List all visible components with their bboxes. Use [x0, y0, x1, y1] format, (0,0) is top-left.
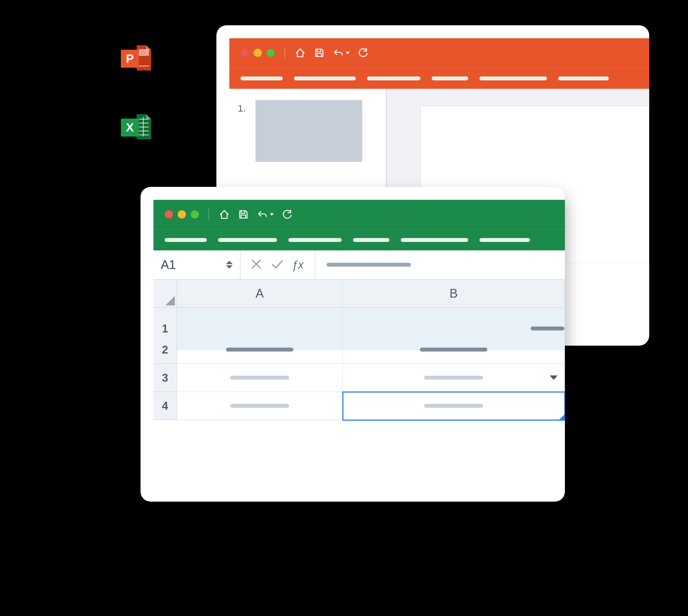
- spreadsheet-grid: A B 1 2 3 4: [153, 280, 565, 420]
- cancel-formula-icon[interactable]: [250, 258, 263, 271]
- cell-B3[interactable]: [343, 364, 565, 392]
- excel-titlebar: [153, 200, 565, 229]
- cell-A4[interactable]: [177, 392, 343, 420]
- zoom-button[interactable]: [191, 210, 199, 219]
- chevron-down-icon[interactable]: [550, 375, 558, 380]
- excel-ribbon: [153, 229, 565, 250]
- minimize-button[interactable]: [253, 49, 262, 57]
- undo-dropdown-icon[interactable]: [346, 52, 350, 54]
- ribbon-tab[interactable]: [401, 238, 468, 242]
- select-all-corner[interactable]: [153, 280, 177, 308]
- slide-thumbnail[interactable]: [256, 100, 362, 162]
- undo-dropdown-icon[interactable]: [270, 213, 274, 216]
- ribbon-tab[interactable]: [480, 76, 547, 80]
- cell-A2[interactable]: [177, 336, 343, 364]
- ribbon-tab[interactable]: [165, 238, 207, 242]
- ribbon-tab[interactable]: [353, 238, 390, 242]
- ribbon-tab[interactable]: [558, 76, 609, 80]
- window-controls: [241, 49, 275, 57]
- excel-letter: X: [121, 118, 139, 137]
- slide-number: 1.: [238, 103, 246, 114]
- formula-bar: A1 ƒx: [153, 250, 565, 280]
- name-box-value: A1: [161, 258, 176, 272]
- powerpoint-titlebar: [229, 38, 649, 67]
- accept-formula-icon[interactable]: [271, 258, 283, 271]
- close-button[interactable]: [165, 210, 173, 219]
- excel-file-icon: X: [121, 112, 152, 143]
- powerpoint-letter: P: [121, 50, 139, 68]
- name-box[interactable]: A1: [153, 250, 241, 279]
- name-box-stepper[interactable]: [226, 261, 233, 269]
- cell-B2[interactable]: [343, 336, 565, 364]
- ribbon-tab[interactable]: [480, 238, 530, 242]
- powerpoint-ribbon: [229, 67, 649, 89]
- ribbon-tab[interactable]: [367, 76, 420, 80]
- ribbon-tab[interactable]: [218, 238, 277, 242]
- window-controls: [165, 210, 199, 219]
- home-icon[interactable]: [294, 47, 306, 59]
- column-header-B[interactable]: B: [343, 280, 565, 308]
- save-icon[interactable]: [238, 209, 249, 220]
- column-header-A[interactable]: A: [177, 280, 343, 308]
- minimize-button[interactable]: [178, 210, 186, 219]
- ribbon-tab[interactable]: [288, 238, 342, 242]
- formula-input[interactable]: [315, 250, 565, 279]
- cell-A3[interactable]: [177, 364, 343, 392]
- undo-icon[interactable]: [333, 47, 344, 59]
- powerpoint-file-icon: P: [121, 44, 152, 74]
- excel-window: A1 ƒx: [140, 187, 565, 502]
- home-icon[interactable]: [219, 209, 230, 220]
- refresh-icon[interactable]: [357, 47, 369, 59]
- zoom-button[interactable]: [266, 49, 275, 57]
- save-icon[interactable]: [314, 47, 325, 59]
- row-header-4[interactable]: 4: [153, 392, 177, 420]
- fx-label[interactable]: ƒx: [292, 259, 305, 271]
- row-header-3[interactable]: 3: [153, 364, 177, 392]
- undo-icon[interactable]: [257, 209, 268, 220]
- ribbon-tab[interactable]: [294, 76, 356, 80]
- cell-B4-active[interactable]: [343, 392, 565, 420]
- row-header-2[interactable]: 2: [153, 336, 177, 364]
- ribbon-tab[interactable]: [432, 76, 468, 80]
- close-button[interactable]: [241, 49, 249, 57]
- ribbon-tab[interactable]: [241, 76, 283, 80]
- refresh-icon[interactable]: [282, 209, 293, 220]
